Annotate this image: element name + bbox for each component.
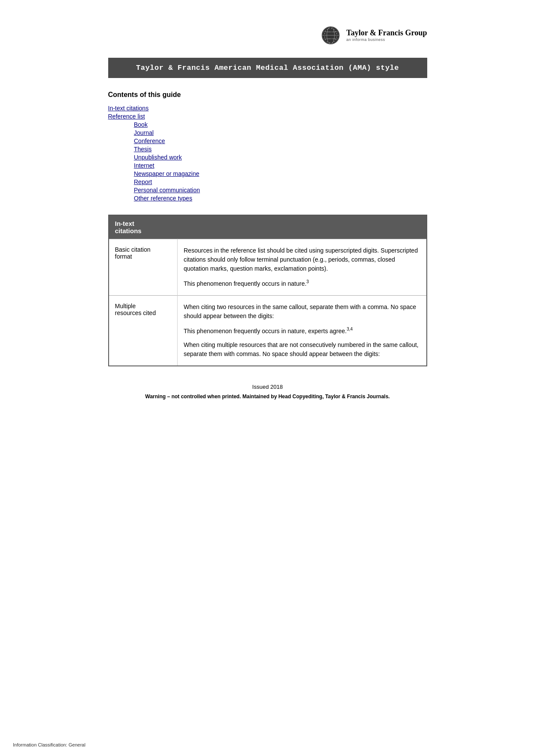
svg-point-27 [329,38,330,39]
toc-link-reflist[interactable]: Reference list [108,113,145,120]
table-header: In-text citations [109,215,427,239]
toc-link-book[interactable]: Book [134,121,148,128]
title-banner: Taylor & Francis American Medical Associ… [108,58,427,78]
list-item: Thesis [108,146,427,153]
toc-link-report[interactable]: Report [134,178,152,185]
toc-link-thesis[interactable]: Thesis [134,146,152,153]
svg-point-12 [324,33,325,34]
citations-table: In-text citations Basic citation format … [108,215,427,366]
logo-sub: an informa business [346,37,427,42]
list-item: Book [108,121,427,128]
toc-link-unpublished[interactable]: Unpublished work [134,154,182,161]
logo-main: Taylor & Francis Group [346,28,427,38]
svg-point-18 [327,41,328,42]
row-content-multiple: When citing two resources in the same ca… [178,295,427,366]
toc-link-newspaper[interactable]: Newspaper or magazine [134,170,200,177]
list-item: Conference [108,137,427,144]
row-label-basic: Basic citation format [109,239,178,296]
svg-point-23 [329,31,330,32]
svg-point-22 [328,31,329,32]
svg-point-14 [324,37,325,37]
toc-link-other[interactable]: Other reference types [134,195,192,202]
svg-point-29 [335,38,335,39]
svg-point-20 [329,42,330,43]
svg-point-19 [334,41,335,42]
toc-list: In-text citations Reference list Book Jo… [108,105,427,202]
logo-area: Taylor & Francis Group an informa busine… [108,26,427,45]
svg-point-11 [335,31,336,32]
list-item: Personal communication [108,187,427,194]
toc-link-conference[interactable]: Conference [134,137,165,144]
footer-issued: Issued 2018 [108,384,427,390]
row-label-multiple: Multiple resources cited [109,295,178,366]
svg-point-15 [336,37,337,37]
svg-point-24 [333,31,334,32]
row-content-basic: Resources in the reference list should b… [178,239,427,296]
list-item: Report [108,178,427,185]
svg-point-21 [332,42,333,43]
list-item: Journal [108,129,427,136]
svg-point-16 [325,39,326,40]
footer-warning: Warning – not controlled when printed. M… [108,394,427,400]
logo-text: Taylor & Francis Group an informa busine… [346,28,427,42]
svg-point-28 [333,38,334,39]
toc-link-intext[interactable]: In-text citations [108,105,149,112]
toc-link-personal[interactable]: Personal communication [134,187,200,194]
list-item: Newspaper or magazine [108,170,427,177]
table-row: Multiple resources cited When citing two… [109,295,427,366]
table-header-cell: In-text citations [109,215,427,239]
svg-point-9 [331,28,332,29]
toc-link-journal[interactable]: Journal [134,129,154,136]
svg-point-25 [335,31,335,32]
superscript: 3,4 [347,327,353,331]
svg-point-26 [328,38,329,39]
svg-point-13 [336,33,337,34]
svg-point-17 [335,39,336,40]
list-item: In-text citations [108,105,427,112]
footer: Issued 2018 Warning – not controlled whe… [108,384,427,400]
contents-section: Contents of this guide In-text citations… [108,91,427,202]
contents-heading: Contents of this guide [108,91,427,99]
svg-point-8 [329,28,329,29]
list-item: Unpublished work [108,154,427,161]
superscript: 3 [307,279,309,284]
table-row: Basic citation format Resources in the r… [109,239,427,296]
svg-point-10 [334,29,335,30]
svg-point-6 [325,31,326,31]
info-classification: Information Classification: General [13,742,85,747]
toc-link-internet[interactable]: Internet [134,162,154,169]
svg-point-7 [327,29,328,30]
list-item: Reference list [108,113,427,120]
list-item: Internet [108,162,427,169]
globe-icon [321,26,340,45]
list-item: Other reference types [108,195,427,202]
